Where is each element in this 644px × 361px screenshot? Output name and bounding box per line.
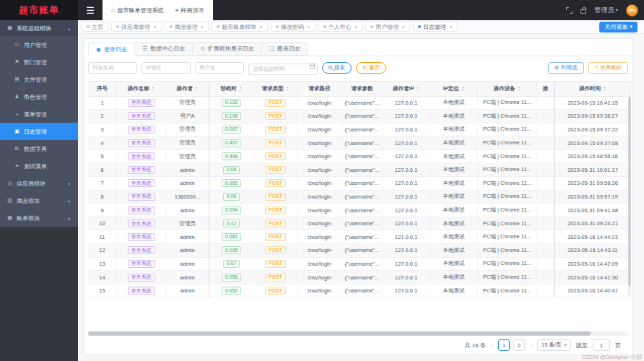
vertical-scrollbar[interactable] [628, 97, 631, 297]
sidebar-item-菜单管理[interactable]: ≡菜单管理 [0, 105, 78, 123]
tab-close-icon[interactable]: × [153, 24, 157, 30]
tab-close-icon[interactable]: × [401, 24, 405, 30]
name-tag[interactable]: 登录系统 [128, 246, 155, 254]
next-page-icon[interactable]: › [530, 342, 532, 349]
device-text: PC端 | Chrome 11... [483, 193, 531, 200]
sidebar-item-日志管理[interactable]: ▣日志管理 [0, 123, 78, 140]
horizontal-scrollbar[interactable] [88, 331, 628, 336]
log-tab-图表日志[interactable]: ❏图表日志 [261, 42, 308, 56]
cell-params: {"username"... [342, 110, 383, 123]
topbar: 超市账单 ☰ ⌂ 超市账单管理系统 ⌖ 样例演示 管理员 ▾ JAVA [0, 0, 644, 20]
log-tab-数据中心日志[interactable]: ☰数据中心日志 [134, 42, 193, 56]
fullscreen-icon[interactable] [566, 7, 573, 14]
column-header-操作名称[interactable]: 操作名称▲▼ [117, 81, 166, 97]
name-tag[interactable]: 登录系统 [128, 126, 155, 134]
column-header-操作者[interactable]: 操作者▲▼ [166, 81, 209, 97]
column-header-秒耗时[interactable]: 秒耗时▲▼ [209, 81, 254, 97]
scrollbar-thumb[interactable] [88, 331, 591, 336]
tab-close-icon[interactable]: × [354, 24, 358, 30]
name-tag[interactable]: 登录系统 [128, 219, 155, 227]
name-tag[interactable]: 登录系统 [128, 166, 155, 174]
sidebar-group-商品模块[interactable]: ▥商品模块▾ [0, 192, 78, 209]
breadcrumb-app-title[interactable]: ⌂ 超市账单管理系统 [111, 6, 163, 14]
column-header-操作者IP[interactable]: 操作者IP▲▼ [383, 81, 430, 97]
reset-button[interactable]: ↻ 重置 [356, 62, 386, 74]
page-tab-日志管理[interactable]: 日志管理× [413, 22, 458, 32]
sidebar-item-用户管理[interactable]: ⚇用户管理 [0, 36, 78, 53]
cell-params: {"username"... [342, 230, 383, 244]
sort-icon[interactable]: ▲▼ [239, 86, 242, 91]
username-input[interactable] [195, 62, 244, 74]
sidebar-item-测试菜单[interactable]: ✦测试菜单 [0, 157, 78, 175]
tab-close-icon[interactable]: × [307, 24, 310, 30]
sidebar-item-部门管理[interactable]: ⚑部门管理 [0, 53, 78, 71]
supplier-icon: ◎ [6, 180, 13, 186]
avatar[interactable]: JAVA [626, 4, 638, 17]
name-tag[interactable]: 登录系统 [128, 274, 155, 282]
page-tab-主页[interactable]: 主页 [82, 22, 108, 32]
column-header-操作时间[interactable]: 操作时间▲▼ [554, 81, 631, 97]
tab-close-icon[interactable]: × [449, 24, 453, 30]
tab-close-icon[interactable]: × [259, 24, 263, 30]
name-tag[interactable]: 登录系统 [128, 152, 155, 160]
sort-icon[interactable]: ▲▼ [286, 86, 289, 91]
name-tag[interactable]: 登录系统 [128, 112, 155, 120]
ip-text: 127.0.0.1 [395, 167, 417, 173]
column-header-请求类型[interactable]: 请求类型▲▼ [254, 81, 297, 97]
sort-icon[interactable]: ▲▼ [152, 86, 155, 91]
tutorial-button[interactable]: ? 使用教程 [588, 62, 628, 74]
sort-icon[interactable]: ▲▼ [417, 86, 419, 91]
page-size-select[interactable]: 15 条/页 ▾ [537, 339, 571, 351]
column-filter-button[interactable]: ⚙ 列筛选 [548, 62, 584, 74]
name-tag[interactable]: 登录系统 [128, 193, 155, 201]
log-name-input[interactable] [88, 62, 137, 74]
close-menu-button[interactable]: 关闭菜单 ▾ [599, 22, 638, 32]
department-icon: ⚑ [14, 59, 20, 65]
page-tab-超市账单模块[interactable]: 超市账单模块× [212, 22, 268, 32]
column-header-操作设备[interactable]: 操作设备▲▼ [478, 81, 537, 97]
ip-address-input[interactable] [142, 62, 191, 74]
page-tab-修改密码[interactable]: 修改密码× [271, 22, 316, 32]
page-tab-个人中心[interactable]: 个人中心× [318, 22, 363, 32]
sidebar-group-供应商模块[interactable]: ◎供应商模块▾ [0, 175, 78, 192]
sidebar-item-数据字典[interactable]: ⊞数据字典 [0, 140, 78, 157]
no-text: 1 [100, 100, 103, 106]
sidebar-item-文件管理[interactable]: ▤文件管理 [0, 71, 78, 88]
name-tag[interactable]: 登录系统 [128, 206, 155, 214]
log-tab-登录日志[interactable]: ◉登录日志 [88, 43, 135, 56]
search-button[interactable]: 搜索 [322, 62, 352, 74]
page-button-2[interactable]: 2 [513, 339, 525, 351]
menu-collapse-icon[interactable]: ☰ [78, 0, 103, 20]
page-tab-用户管理[interactable]: 用户管理× [365, 22, 410, 32]
name-tag[interactable]: 登录系统 [128, 179, 155, 187]
params-text: {"username"... [345, 207, 379, 214]
params-text: {"username"... [345, 167, 379, 173]
page-tab-供应商管理[interactable]: 供应商管理× [111, 22, 162, 32]
tab-dot-icon [370, 25, 373, 28]
prev-page-icon[interactable]: ‹ [491, 342, 493, 349]
sort-icon[interactable]: ▲▼ [461, 86, 464, 91]
sort-icon[interactable]: ▲▼ [518, 86, 521, 91]
sidebar-group-账单模块[interactable]: ▦账单模块▾ [0, 209, 78, 227]
page-tab-商品管理[interactable]: 商品管理× [165, 22, 209, 32]
breadcrumb-demo[interactable]: ⌖ 样例演示 [175, 6, 204, 14]
name-tag[interactable]: 登录系统 [128, 139, 155, 147]
seconds-tag: 0.496 [222, 152, 242, 160]
column-header-IP定位[interactable]: IP定位▲▼ [430, 81, 478, 97]
name-tag[interactable]: 登录系统 [128, 287, 155, 295]
tab-close-icon[interactable]: × [201, 24, 204, 30]
lock-icon[interactable] [580, 9, 586, 14]
user-menu[interactable]: 管理员 ▾ [594, 6, 618, 15]
sort-icon[interactable]: ▲▼ [603, 86, 606, 91]
sidebar-group-system[interactable]: ▦系统基础模块▴ [0, 20, 78, 36]
start-time-input[interactable] [248, 64, 318, 75]
sidebar-item-角色管理[interactable]: ♟角色管理 [0, 88, 78, 105]
jump-page-input[interactable] [593, 339, 610, 351]
name-tag[interactable]: 登录系统 [128, 233, 155, 241]
name-tag[interactable]: 登录系统 [128, 99, 155, 107]
start-time-picker[interactable] [248, 61, 318, 75]
sort-icon[interactable]: ▲▼ [195, 86, 198, 91]
name-tag[interactable]: 登录系统 [128, 260, 155, 268]
log-tab-扩展模块展示日志[interactable]: ⊙扩展模块展示日志 [192, 42, 262, 56]
page-button-1[interactable]: 1 [498, 339, 510, 351]
